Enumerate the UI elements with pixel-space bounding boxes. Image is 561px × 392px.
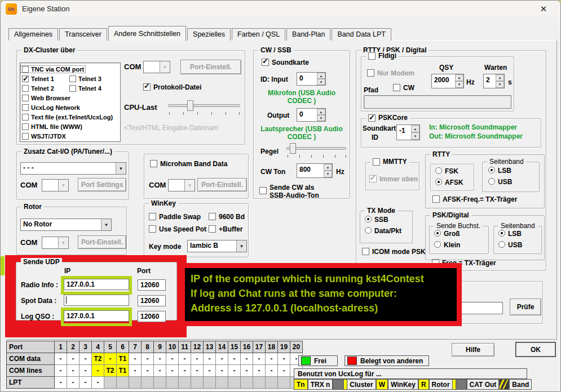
spin-up-icon[interactable]: ▲ <box>317 73 325 79</box>
spin-up-icon[interactable]: ▲ <box>455 74 463 81</box>
spin-up-icon[interactable]: ▲ <box>317 109 325 115</box>
dx-com-combo[interactable]: ▼ <box>143 61 170 73</box>
tab-allgemeines[interactable]: Allgemeines <box>8 28 58 41</box>
buffer-option[interactable]: +Buffer <box>209 225 242 233</box>
tab-band-plan[interactable]: Band-Plan <box>286 28 330 41</box>
tab-transceiver[interactable]: Transceiver <box>59 28 107 41</box>
dx-option[interactable]: TNC via COM port <box>21 66 85 73</box>
warten-spinner[interactable]: 2 ▲▼ <box>483 74 505 88</box>
nur-modem-option[interactable]: Nur Modem <box>367 69 414 77</box>
pskcore-id-spinner[interactable]: -1 ▲▼ <box>396 124 420 140</box>
dx-option[interactable]: Telnet 1 <box>21 75 68 82</box>
dx-option[interactable]: Text file (ext.Telnet/UcxLog) <box>21 114 114 121</box>
dx-option[interactable]: HTML file (WWW) <box>21 123 83 130</box>
input-id-spin-buttons[interactable]: ▲▼ <box>317 73 325 85</box>
dx-option-checkbox[interactable] <box>69 85 76 92</box>
fldigi-cw-option[interactable]: CW <box>393 84 414 92</box>
key-mode-combo[interactable]: Iambic B ▼ <box>187 240 247 252</box>
dx-option-checkbox[interactable] <box>22 114 29 121</box>
pfad-field[interactable] <box>364 95 511 109</box>
dx-option-checkbox[interactable] <box>69 75 76 82</box>
dx-port-einstell-button[interactable]: Port-Einstell. <box>180 60 241 74</box>
pegel-slider-thumb[interactable] <box>290 143 296 154</box>
spin-down-icon[interactable]: ▼ <box>411 132 419 140</box>
psk-usb-radio[interactable] <box>498 241 505 248</box>
use-speed-pot-checkbox[interactable] <box>149 225 156 233</box>
buffer-checkbox[interactable] <box>209 225 216 233</box>
rtty-usb-option[interactable]: USB <box>488 178 512 186</box>
rtty-lsb-option[interactable]: LSB <box>488 167 511 175</box>
tab-spezielles[interactable]: Spezielles <box>187 28 231 41</box>
udp-ip-field[interactable] <box>64 295 129 306</box>
dx-option[interactable]: WSJT/JTDX <box>21 133 67 140</box>
dx-option[interactable]: Telnet 2 <box>21 85 68 92</box>
protokoll-datei-option[interactable]: Protokoll-Datei <box>143 83 201 91</box>
paddle-swap-option[interactable]: Paddle Swap <box>149 213 201 221</box>
spin-down-icon[interactable]: ▼ <box>496 81 504 88</box>
spin-up-icon[interactable]: ▲ <box>411 125 419 132</box>
cw-ton-spinner[interactable]: 800 ▲▼ <box>297 163 333 178</box>
udp-port-field[interactable]: 12060 <box>138 295 166 306</box>
zusatz-com-dropdown-icon[interactable]: ▼ <box>58 180 68 191</box>
spin-down-icon[interactable]: ▼ <box>324 171 332 177</box>
pskcore-checkbox[interactable] <box>368 114 376 122</box>
pruefe-button[interactable]: Prüfe <box>510 299 541 315</box>
psk-lsb-option[interactable]: LSB <box>498 230 522 238</box>
fsk-radio[interactable] <box>435 167 442 174</box>
udp-port-field[interactable]: 12060 <box>138 311 166 322</box>
paddle-swap-checkbox[interactable] <box>149 213 156 220</box>
protokoll-datei-checkbox[interactable] <box>143 83 151 91</box>
icom-mode-psk-option[interactable]: ICOM mode PSK <box>362 248 426 256</box>
udp-ip-field[interactable]: 127.0.0.1 <box>64 279 129 290</box>
spin-down-icon[interactable]: ▼ <box>455 81 463 88</box>
tx-ssb-radio[interactable] <box>365 216 372 222</box>
mmtty-option[interactable]: MMTTY <box>370 158 409 166</box>
dx-option-checkbox[interactable] <box>22 123 29 130</box>
dx-option[interactable]: Telnet 4 <box>68 85 103 92</box>
pskcore-option[interactable]: PSKCore <box>366 114 410 122</box>
dx-option-checkbox[interactable] <box>22 104 29 111</box>
spin-up-icon[interactable]: ▲ <box>324 164 332 171</box>
fldigi-checkbox[interactable] <box>368 52 376 60</box>
9600bd-option[interactable]: 9600 Bd <box>209 213 245 221</box>
hilfe-button[interactable]: Hilfe <box>452 343 494 357</box>
tab-andere-schnittstellen[interactable]: Andere Schnittstellen <box>108 26 186 41</box>
qsy-spin-buttons[interactable]: ▲▼ <box>455 74 463 88</box>
tab-farben-qsl[interactable]: Farben / QSL <box>232 28 285 41</box>
rotor-dropdown-icon[interactable]: ▼ <box>101 219 111 230</box>
rotor-com-dropdown-icon[interactable]: ▼ <box>58 237 68 248</box>
udp-ip-field[interactable]: 127.0.0.1 <box>64 310 129 322</box>
dx-option[interactable]: Telnet 3 <box>68 75 103 82</box>
fsk-option[interactable]: FSK <box>435 167 458 175</box>
microham-checkbox[interactable] <box>150 160 157 167</box>
microham-port-einstell-button[interactable]: Port-Einstell. <box>197 178 247 191</box>
rotor-com-combo[interactable]: ▼ <box>42 237 69 249</box>
rtty-usb-radio[interactable] <box>488 178 495 185</box>
psk-lsb-radio[interactable] <box>498 230 505 237</box>
zusatz-device-combo[interactable]: - - - ▼ <box>20 162 126 175</box>
tab-band-data-lpt[interactable]: Band Data LPT <box>332 28 391 41</box>
spin-down-icon[interactable]: ▼ <box>317 79 325 85</box>
cpu-last-slider-thumb[interactable] <box>187 100 193 111</box>
microham-option[interactable]: Microham Band Data <box>150 160 227 168</box>
klein-radio[interactable] <box>434 241 441 248</box>
output-id-spin-buttons[interactable]: ▲▼ <box>317 109 325 121</box>
sende-cw-option[interactable]: Sende CW alsSSB-Audio-Ton <box>259 184 319 199</box>
afsk-freq-option[interactable]: AFSK-Freq.= TX-Träger <box>432 195 517 203</box>
fldigi-option[interactable]: Fldigi <box>366 52 399 60</box>
dx-option-checkbox[interactable] <box>22 75 29 82</box>
zusatz-port-settings-button[interactable]: Port Settings <box>78 178 126 191</box>
zusatz-dropdown-icon[interactable]: ▼ <box>116 163 126 174</box>
soundkarte-checkbox[interactable] <box>262 59 269 66</box>
zusatz-com-combo[interactable]: ▼ <box>42 179 69 191</box>
afsk-freq-checkbox[interactable] <box>432 195 440 203</box>
pegel-slider[interactable] <box>286 143 346 158</box>
tx-data-pkt-option[interactable]: Data/Pkt <box>365 227 401 235</box>
gross-option[interactable]: Groß <box>434 230 460 238</box>
microham-com-dropdown-icon[interactable]: ▼ <box>184 180 195 191</box>
use-speed-pot-option[interactable]: Use Speed Pot <box>149 225 206 233</box>
rotor-combo[interactable]: No Rotor ▼ <box>20 219 112 231</box>
gross-radio[interactable] <box>434 230 441 237</box>
immer-oben-checkbox[interactable] <box>369 175 377 182</box>
spin-down-icon[interactable]: ▼ <box>317 115 325 121</box>
